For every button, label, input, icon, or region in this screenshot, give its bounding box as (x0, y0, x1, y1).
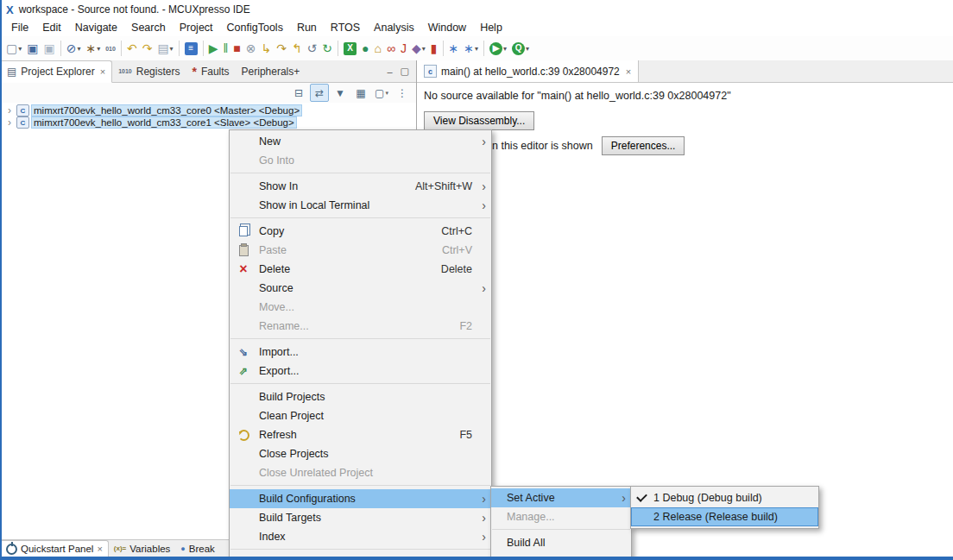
menubar-item-project[interactable]: Project (173, 20, 220, 35)
menu-item-label: Build Projects (259, 391, 325, 403)
preferences-button[interactable]: Preferences... (602, 136, 685, 155)
markers-icon[interactable]: ▤▾ (155, 38, 174, 59)
open-terminal-icon[interactable]: ≡ (183, 38, 199, 59)
tab-faults[interactable]: *Faults (186, 60, 235, 82)
menu-item-build-all[interactable]: Build All (491, 533, 631, 552)
quickstart-launch-icon[interactable]: Q▾ (510, 38, 531, 59)
debug-settings-icon[interactable]: ∗▾ (462, 38, 480, 59)
menu-item-delete[interactable]: ×DeleteDelete (230, 260, 491, 279)
menubar-item-navigate[interactable]: Navigate (68, 20, 124, 35)
menubar-item-file[interactable]: File (4, 20, 35, 35)
toolbar-separator (443, 41, 444, 56)
tab-peripherals+[interactable]: Peripherals+ (236, 60, 306, 82)
terminate-icon[interactable]: ■ (231, 38, 242, 59)
view-menu-icon[interactable]: ▢▾ (372, 84, 391, 102)
editor-tab-main[interactable]: c main() at hello_world.c:39 0x28004972 … (417, 60, 639, 82)
menu-item-label: Index (259, 531, 286, 543)
menu-item-label: Source (259, 282, 293, 294)
step-over-icon[interactable]: ↷ (275, 38, 288, 59)
plugins-icon[interactable]: ◆▾ (410, 38, 427, 59)
menu-item-build-configurations[interactable]: Build Configurations› (230, 489, 491, 508)
mcuxpresso-icon[interactable]: X (342, 38, 358, 59)
close-icon[interactable]: × (100, 66, 105, 77)
step-into-icon[interactable]: ↳ (259, 38, 273, 59)
minimize-view-button[interactable]: – (387, 66, 392, 77)
menu-item-source[interactable]: Source› (230, 279, 491, 298)
menubar-item-edit[interactable]: Edit (35, 20, 68, 35)
menu-item-show-in-local-terminal[interactable]: Show in Local Terminal› (230, 196, 491, 215)
global-variables-icon[interactable]: ● (360, 38, 370, 59)
dropdown-caret-icon: ▾ (170, 45, 174, 53)
tree-row[interactable]: ›Cmimxrt700evk_hello_world_cm33_core0 <M… (1, 104, 416, 116)
editor-tabbar: c main() at hello_world.c:39 0x28004972 … (417, 60, 953, 83)
menu-item-build-targets[interactable]: Build Targets› (230, 508, 491, 527)
instruction-stepping-icon[interactable]: ↺ (306, 38, 319, 59)
filter-icon[interactable]: ▼ (331, 84, 350, 102)
freeze-view-icon[interactable]: ∗ (447, 38, 461, 59)
c-file-icon: c (424, 65, 437, 78)
context-menu: New›Go IntoShow InAlt+Shift+W›Show in Lo… (229, 129, 492, 560)
tab-label: Faults (201, 66, 230, 78)
menu-item-new[interactable]: New› (230, 132, 491, 151)
redo-icon[interactable]: ↷ (141, 38, 155, 59)
tab-variables[interactable]: (x)=Variables (109, 540, 176, 557)
save-all-icon[interactable]: ▣ (41, 38, 56, 59)
view-disassembly-button[interactable]: View Disassembly... (424, 111, 534, 130)
menubar-item-rtos[interactable]: RTOS (324, 20, 367, 35)
menu-item-refresh[interactable]: RefreshF5 (230, 425, 491, 444)
maximize-view-button[interactable]: ▢ (401, 66, 409, 77)
menubar-item-window[interactable]: Window (421, 20, 473, 35)
restart-icon[interactable]: ↻ (320, 38, 334, 59)
step-return-icon[interactable]: ↰ (290, 38, 304, 59)
explorer-tabbar: ▤Project Explorer×1010Registers*FaultsPe… (0, 60, 416, 83)
tab-break[interactable]: ●Break (175, 540, 219, 557)
resume-icon[interactable]: ▶ (207, 38, 220, 59)
link-with-editor-icon[interactable]: ⇄ (310, 84, 329, 102)
tree-row[interactable]: ›Cmimxrt700evk_hello_world_cm33_core1 <S… (1, 116, 416, 129)
menu-item-import[interactable]: ⇘Import... (230, 343, 491, 362)
menubar-item-configtools[interactable]: ConfigTools (220, 20, 290, 35)
menu-item-index[interactable]: Index› (230, 527, 491, 546)
disconnect-icon[interactable]: ⊗ (244, 38, 258, 59)
menubar-item-help[interactable]: Help (473, 20, 509, 35)
tab-registers[interactable]: 1010Registers (112, 60, 186, 82)
paste-icon (239, 245, 249, 256)
expand-chevron-icon[interactable]: › (5, 117, 14, 128)
close-icon[interactable]: × (97, 544, 102, 554)
overflow-icon[interactable]: ⋮ (393, 84, 412, 102)
menu-item-set-active[interactable]: Set Active› (491, 488, 631, 507)
linkserver-icon[interactable]: ∞ (385, 38, 397, 59)
tab-project-explorer[interactable]: ▤Project Explorer× (0, 60, 112, 83)
save-icon[interactable]: ▣ (25, 38, 40, 59)
binary-view-icon[interactable]: 010 (104, 38, 117, 59)
tab-quickstart-panel[interactable]: Quickstart Panel× (0, 540, 109, 557)
undo-icon[interactable]: ↶ (125, 38, 139, 59)
ide-home-icon[interactable]: ⌂ (373, 38, 383, 59)
tab-label: Variables (129, 544, 170, 554)
menu-item-1-debug-debug-build[interactable]: 1 Debug (Debug build) (631, 488, 818, 507)
menu-item-copy[interactable]: CopyCtrl+C (230, 222, 491, 241)
suspend-icon[interactable]: ‖ (221, 38, 230, 59)
dropdown-caret-icon: ▾ (503, 45, 507, 53)
menu-item-close-projects[interactable]: Close Projects (230, 444, 491, 463)
collapse-all-icon[interactable]: ⊟ (289, 84, 308, 102)
menu-item-export[interactable]: ⇗Export... (230, 362, 491, 381)
close-icon[interactable]: × (626, 66, 631, 77)
run-launch-icon[interactable]: ▶▾ (488, 38, 508, 59)
expand-chevron-icon[interactable]: › (5, 105, 14, 116)
menu-item-show-in[interactable]: Show InAlt+Shift+W› (230, 177, 491, 196)
menubar-item-analysis[interactable]: Analysis (367, 20, 421, 35)
menu-item-build-projects[interactable]: Build Projects (230, 387, 491, 406)
menubar-item-search[interactable]: Search (124, 20, 173, 35)
new-wizard-icon[interactable]: ▢▾ (4, 38, 23, 59)
tree-item-label: mimxrt700evk_hello_world_cm33_core1 <Sla… (32, 117, 296, 128)
build-icon[interactable]: ∗▾ (84, 38, 102, 59)
skip-breakpoints-icon[interactable]: ⊘▾ (65, 38, 83, 59)
menu-item-2-release-release-build[interactable]: 2 Release (Release build) (631, 507, 818, 526)
jlink-probe-icon[interactable]: J (399, 38, 408, 59)
table-view-icon[interactable]: ▦ (351, 84, 370, 102)
menu-item-clean-project[interactable]: Clean Project (230, 406, 491, 425)
menu-item-paste: PasteCtrl+V (230, 241, 491, 260)
pemicro-icon[interactable]: ▮ (429, 38, 439, 59)
menubar-item-run[interactable]: Run (290, 20, 324, 35)
